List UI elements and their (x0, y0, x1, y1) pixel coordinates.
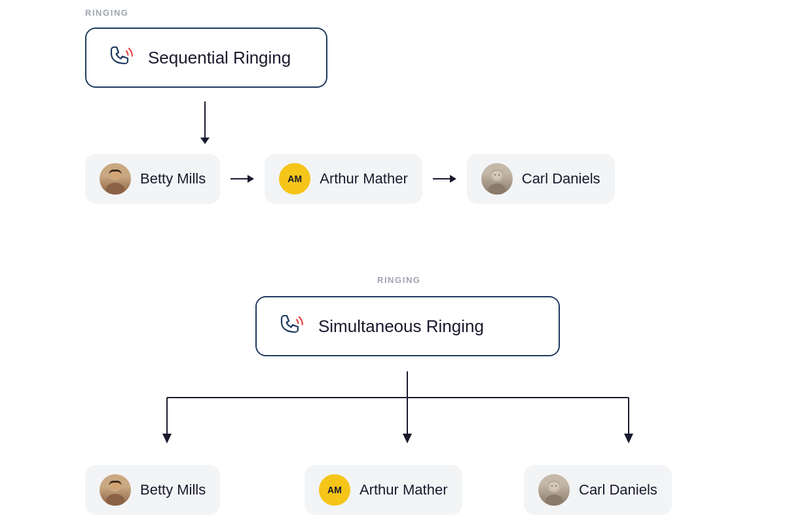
person-name-carl: Carl Daniels (522, 170, 600, 187)
svg-point-9 (492, 170, 502, 179)
section1-ringing-label: RINGING (85, 8, 129, 18)
svg-point-11 (498, 174, 500, 176)
svg-point-24 (545, 495, 563, 506)
sim-branch-lines (0, 371, 812, 450)
simultaneous-ringing-label: Simultaneous Ringing (318, 316, 484, 337)
sim-person-card-betty: Betty Mills (85, 465, 220, 515)
avatar-arthur: AM (279, 163, 310, 195)
person-card-betty: Betty Mills (85, 154, 220, 204)
svg-point-25 (549, 481, 559, 491)
arrow-arthur-to-carl (433, 172, 456, 185)
sim-avatar-betty (100, 474, 131, 506)
sim-person-card-arthur: AM Arthur Mather (304, 465, 462, 515)
svg-marker-4 (248, 175, 254, 183)
svg-point-1 (106, 183, 124, 195)
carl-photo-svg (481, 163, 513, 195)
person-card-arthur: AM Arthur Mather (265, 154, 422, 204)
sim-person-name-carl: Carl Daniels (579, 481, 657, 498)
svg-point-8 (489, 183, 506, 195)
svg-point-26 (551, 485, 553, 487)
sim-person-name-arthur: Arthur Mather (360, 481, 448, 498)
sim-person-card-carl: Carl Daniels (524, 465, 672, 515)
sim-person-name-betty: Betty Mills (140, 481, 206, 498)
sim-avatar-carl (538, 474, 570, 506)
svg-marker-15 (162, 434, 172, 443)
svg-marker-19 (624, 434, 633, 443)
svg-point-21 (106, 494, 124, 506)
person-name-betty: Betty Mills (140, 170, 206, 187)
section2-ringing-label: RINGING (377, 275, 421, 285)
sequential-ringing-card: Sequential Ringing (85, 28, 327, 88)
svg-point-27 (555, 485, 557, 487)
avatar-betty (100, 163, 131, 195)
betty-photo-svg (100, 163, 131, 195)
svg-marker-17 (403, 434, 412, 443)
sim-avatar-arthur: AM (319, 474, 350, 506)
person-name-arthur: Arthur Mather (320, 170, 408, 187)
arrow-betty-to-arthur (231, 172, 254, 185)
avatar-carl (481, 163, 513, 195)
arrow-down-seq (200, 102, 210, 144)
simultaneous-ringing-card: Simultaneous Ringing (255, 296, 560, 356)
phone-ring-icon (105, 41, 139, 75)
sequential-persons-row: Betty Mills AM Arthur Mather (85, 154, 615, 204)
svg-marker-6 (450, 175, 456, 183)
sequential-ringing-label: Sequential Ringing (148, 48, 291, 68)
phone-ring-icon-2 (275, 309, 309, 343)
person-card-carl: Carl Daniels (467, 154, 615, 204)
svg-point-10 (494, 174, 496, 176)
